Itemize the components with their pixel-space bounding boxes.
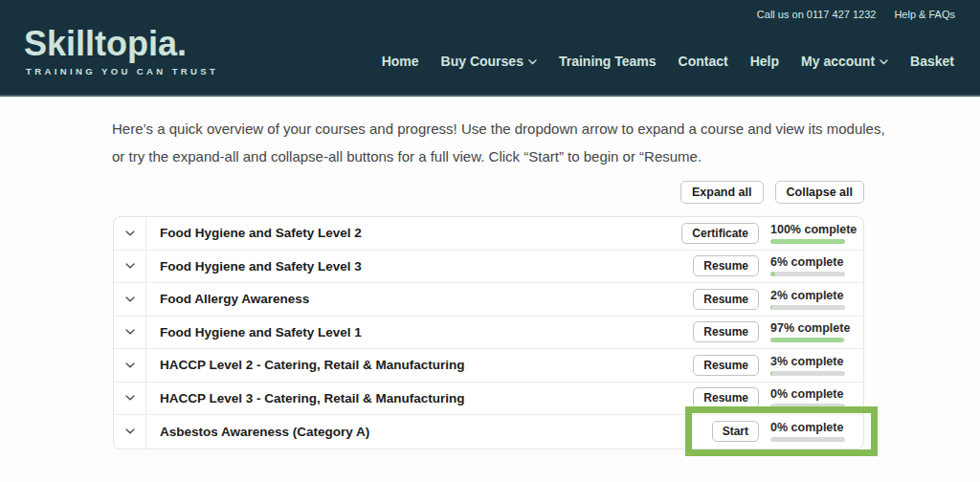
expand-all-button[interactable]: Expand all: [680, 181, 764, 204]
course-row: Food Hygiene and Safety Level 2 Certific…: [114, 217, 863, 251]
header-topbar: Call us on 0117 427 1232 Help & FAQs: [757, 9, 955, 20]
chevron-down-icon: [125, 362, 135, 368]
progress-bar: [770, 239, 845, 244]
expand-course-button[interactable]: [114, 217, 146, 250]
progress-fill: [770, 272, 775, 276]
course-title: Food Hygiene and Safety Level 2: [146, 226, 681, 240]
progress-label: 100% complete: [770, 223, 845, 236]
progress-bar: [770, 404, 845, 408]
nav-item-label: Home: [382, 54, 419, 69]
site-header: Call us on 0117 427 1232 Help & FAQs Ski…: [0, 0, 980, 97]
progress-bar: [770, 338, 845, 342]
course-title: Food Allergy Awareness: [146, 292, 693, 306]
course-action-button[interactable]: Resume: [693, 387, 759, 408]
course-row: Asbestos Awareness (Category A) Start 0%…: [114, 415, 863, 449]
course-row: Food Allergy Awareness Resume 2% complet…: [114, 283, 863, 317]
progress-label: 6% complete: [770, 255, 845, 269]
chevron-down-icon: [528, 59, 537, 65]
progress-fill: [770, 371, 772, 376]
course-action-button[interactable]: Resume: [693, 355, 759, 376]
expand-course-button[interactable]: [114, 283, 146, 316]
nav-item-label: Buy Courses: [441, 54, 523, 69]
course-title: HACCP Level 2 - Catering, Retail & Manuf…: [146, 358, 693, 372]
main-nav: Home Buy Courses Training Teams Contact …: [382, 54, 954, 69]
nav-item-my-account[interactable]: My account: [801, 54, 888, 69]
course-action-button[interactable]: Resume: [693, 321, 759, 342]
progress-fill: [770, 338, 843, 342]
course-action-button[interactable]: Resume: [693, 289, 759, 310]
nav-item-label: Training Teams: [559, 54, 657, 69]
course-progress: 0% complete: [770, 387, 863, 408]
course-action-button[interactable]: Certificate: [681, 223, 759, 244]
progress-label: 0% complete: [770, 387, 845, 401]
progress-label: 2% complete: [770, 289, 845, 302]
logo[interactable]: Skilltopia. TRAINING YOU CAN TRUST: [24, 25, 218, 77]
nav-item-basket[interactable]: Basket: [910, 54, 954, 69]
chevron-down-icon: [125, 395, 135, 401]
expand-course-button[interactable]: [114, 383, 146, 415]
intro-line-2: or try the expand-all and collapse-all b…: [112, 142, 885, 170]
course-progress: 2% complete: [770, 289, 863, 310]
progress-fill: [770, 239, 845, 244]
chevron-down-icon: [125, 296, 135, 302]
help-faqs-link[interactable]: Help & FAQs: [894, 9, 955, 20]
logo-tagline: TRAINING YOU CAN TRUST: [26, 66, 218, 77]
chevron-down-icon: [125, 329, 135, 335]
expand-course-button[interactable]: [114, 251, 146, 283]
course-title: HACCP Level 3 - Catering, Retail & Manuf…: [146, 391, 693, 405]
course-progress: 0% complete: [770, 421, 863, 442]
course-title: Food Hygiene and Safety Level 1: [146, 325, 693, 340]
nav-item-label: Help: [750, 54, 779, 69]
nav-item-label: Basket: [910, 54, 954, 69]
course-progress: 100% complete: [770, 223, 863, 244]
call-us-text: Call us on 0117 427 1232: [757, 9, 877, 20]
course-table: Food Hygiene and Safety Level 2 Certific…: [113, 216, 864, 449]
chevron-down-icon: [125, 230, 135, 236]
course-action-button[interactable]: Start: [712, 421, 759, 442]
course-row: Food Hygiene and Safety Level 1 Resume 9…: [114, 317, 863, 350]
logo-title: Skilltopia.: [24, 25, 218, 63]
nav-item-home[interactable]: Home: [382, 54, 419, 69]
collapse-all-button[interactable]: Collapse all: [775, 181, 864, 204]
progress-bar: [770, 437, 845, 442]
table-toolbar: Expand all Collapse all: [113, 181, 864, 204]
course-action-button[interactable]: Resume: [693, 255, 759, 276]
progress-bar: [770, 305, 845, 310]
course-row: HACCP Level 2 - Catering, Retail & Manuf…: [114, 349, 863, 383]
progress-bar: [770, 272, 845, 276]
nav-item-contact[interactable]: Contact: [679, 54, 728, 69]
expand-course-button[interactable]: [114, 349, 146, 382]
intro-line-1: Here’s a quick overview of your courses …: [112, 115, 885, 142]
progress-fill: [770, 305, 772, 310]
expand-course-button[interactable]: [114, 415, 146, 449]
course-progress: 3% complete: [770, 355, 863, 376]
nav-item-help[interactable]: Help: [750, 54, 779, 69]
chevron-down-icon: [880, 59, 888, 65]
progress-bar: [770, 371, 845, 376]
course-progress: 97% complete: [770, 321, 863, 342]
course-title: Asbestos Awareness (Category A): [146, 425, 712, 439]
progress-label: 97% complete: [770, 321, 845, 335]
nav-item-training-teams[interactable]: Training Teams: [559, 54, 657, 69]
page: Call us on 0117 427 1232 Help & FAQs Ski…: [0, 0, 980, 482]
intro-text: Here’s a quick overview of your courses …: [112, 115, 885, 170]
progress-label: 0% complete: [770, 421, 845, 434]
chevron-down-icon: [125, 428, 135, 434]
course-row: HACCP Level 3 - Catering, Retail & Manuf…: [114, 383, 863, 416]
progress-label: 3% complete: [770, 355, 845, 368]
nav-item-label: Contact: [679, 54, 728, 69]
nav-item-buy-courses[interactable]: Buy Courses: [441, 54, 537, 69]
chevron-down-icon: [125, 263, 135, 269]
course-row: Food Hygiene and Safety Level 3 Resume 6…: [114, 251, 863, 284]
nav-item-label: My account: [801, 54, 875, 69]
expand-course-button[interactable]: [114, 317, 146, 349]
course-progress: 6% complete: [770, 255, 863, 276]
course-title: Food Hygiene and Safety Level 3: [146, 259, 693, 274]
